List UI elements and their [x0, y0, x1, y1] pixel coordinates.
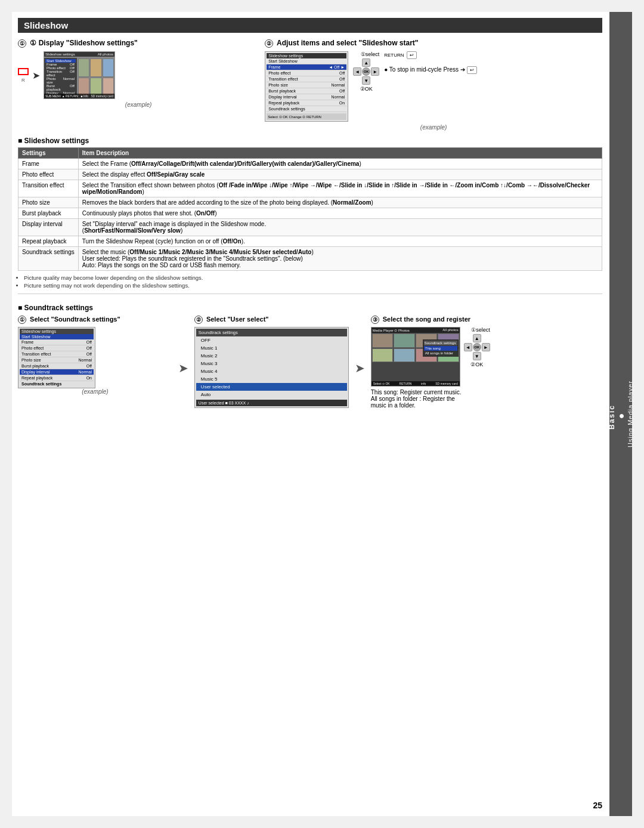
step1-screenshot: Slideshow settings Start Slideshow Frame… — [18, 327, 95, 388]
step1-ss-header: Slideshow settings — [20, 329, 94, 334]
display-settings-title: ① ① Display "Slideshow settings" — [18, 39, 259, 48]
setting-photo-effect: Photo effect — [18, 169, 79, 180]
rsd-display: Display intervalNormal — [267, 94, 346, 100]
ok-label: ②OK — [360, 86, 373, 92]
song-photo-6 — [394, 348, 415, 363]
table-row: Burst playback Continuously plays photos… — [18, 208, 602, 219]
step1-ss-photo-size: Photo sizeNormal — [20, 357, 94, 363]
step1-ss-photo-effect: Photo effectOff — [20, 345, 94, 351]
step3-dpad-left[interactable]: ◄ — [464, 343, 472, 351]
ss-menu-item-transition: Transition effectOff — [45, 70, 76, 77]
setting-burst: Burst playback — [18, 208, 79, 219]
ss-header-bar: Slideshow settings All photos — [44, 52, 114, 57]
desc-soundtrack: Select the music (Off/Music 1/Music 2/Mu… — [78, 247, 602, 271]
table-row: Photo size Removes the black borders tha… — [18, 197, 602, 208]
step1-circle: ① — [18, 316, 26, 324]
section-header: Slideshow — [18, 18, 602, 33]
register-note-3: music in a folder. — [371, 402, 602, 409]
nav-section: ①select ▲ ▼ ◄ ► OK ②OK — [353, 51, 379, 122]
notes-list: Picture quality may become lower dependi… — [24, 274, 602, 289]
ss-menu-item-repeat: Repeat playbackOn — [45, 98, 76, 99]
example-label-2: (example) — [265, 124, 602, 131]
step3-dpad-right[interactable]: ► — [482, 343, 490, 351]
photo-2 — [90, 58, 101, 77]
col-left: ① ① Display "Slideshow settings" R ➤ Sli… — [18, 39, 259, 131]
r-label: R — [21, 78, 25, 83]
right-settings-screenshot: Slideshow settings Start Slideshow Frame… — [265, 51, 348, 122]
desc-repeat: Turn the Slideshow Repeat (cycle) functi… — [78, 236, 602, 247]
song-photo-2 — [394, 333, 415, 348]
rsd-start: Start Slideshow — [267, 58, 346, 64]
song-overlay-all-songs: All songs in folder — [424, 351, 457, 356]
step2-circle: ② — [194, 316, 203, 324]
step3-dpad-down[interactable]: ▼ — [473, 352, 481, 360]
desc-photo-size: Removes the black borders that are added… — [78, 197, 602, 208]
arrow-step1-step2: ➤ — [178, 316, 188, 409]
top-columns: ① ① Display "Slideshow settings" R ➤ Sli… — [18, 39, 602, 131]
setting-soundtrack: Soundtrack settings — [18, 247, 79, 271]
arrow-right-icon: ➤ — [32, 70, 40, 81]
bottom-bar: SUB MENU ▲ RETURN ■ Info SD memory card — [44, 94, 114, 98]
slideshow-settings-title: ■ Slideshow settings — [18, 137, 602, 145]
setting-photo-size: Photo size — [18, 197, 79, 208]
main-content: Slideshow ① ① Display "Slideshow setting… — [12, 12, 608, 415]
step2-menu-header: Soundtrack settings — [196, 329, 347, 336]
ss-menu-item-burst: Burst playbackOff — [45, 84, 76, 91]
menu-music2: Music 2 — [196, 352, 347, 360]
dpad-right[interactable]: ► — [371, 67, 379, 76]
dpad-left[interactable]: ◄ — [353, 67, 361, 76]
photo-grid — [78, 58, 114, 97]
song-bottom-bar: Select ⊙ OK RETURN info SD memory card — [371, 381, 460, 386]
step3-dpad-up[interactable]: ▲ — [473, 334, 481, 342]
step3-select-label: ①select — [471, 327, 490, 333]
step1-ss-start: Start Slideshow — [20, 334, 94, 339]
song-overlay: Soundtrack settings This song All songs … — [423, 339, 459, 357]
dpad-ok[interactable]: OK — [362, 67, 370, 76]
col-right: ② Adjust items and select "Slideshow sta… — [265, 39, 602, 131]
ss-menu: Start Slideshow FrameOff Photo effectOff… — [44, 58, 77, 99]
right-content: Slideshow settings Start Slideshow Frame… — [265, 51, 602, 122]
step2-bottom-bar: User selected ■ 03 XXXX ♪ — [196, 400, 347, 406]
col-header-settings: Settings — [18, 148, 79, 159]
dpad-up[interactable]: ▲ — [362, 58, 370, 67]
sidebar-using: Using Media player — [627, 381, 634, 447]
table-row: Repeat playback Turn the Slideshow Repea… — [18, 236, 602, 247]
step1-ss-transition: Transition effectOff — [20, 351, 94, 357]
song-overlay-title: Soundtrack settings — [424, 341, 457, 345]
rsd-bottom: Select ⊙ OK Change ⊙ RETURN — [267, 113, 346, 120]
table-row: Photo effect Select the display effect O… — [18, 169, 602, 180]
settings-table: Settings Item Description Frame Select t… — [18, 147, 602, 271]
menu-music4: Music 4 — [196, 367, 347, 375]
step3-dpad-ok[interactable]: OK — [473, 343, 481, 351]
step1-ss-soundtrack: Soundtrack settings — [20, 381, 94, 387]
rsd-repeat: Repeat playbackOn — [267, 100, 346, 106]
page-wrapper: Slideshow ① ① Display "Slideshow setting… — [12, 12, 632, 816]
song-top-bar: Media Player ⊙ Photos All photos — [371, 328, 460, 333]
select-label: ①select — [361, 51, 380, 57]
table-row: Soundtrack settings Select the music (Of… — [18, 247, 602, 271]
desc-display-interval: Set "Display interval" each image is dis… — [78, 219, 602, 236]
rsd-soundtrack: Soundtrack settings — [267, 106, 346, 112]
rsd-transition: Transition effectOff — [267, 76, 346, 82]
arrow-step2-step3: ➤ — [355, 316, 365, 409]
col-header-description: Item Description — [78, 148, 602, 159]
ss-menu-item-photo-size: Photo sizeNormal — [45, 77, 76, 84]
menu-auto: Auto — [196, 391, 347, 398]
step3-content: Media Player ⊙ Photos All photos — [371, 327, 602, 387]
rsd-photo-size: Photo sizeNormal — [267, 82, 346, 88]
dpad: ▲ ▼ ◄ ► OK — [353, 58, 379, 85]
step2-menu: Soundtrack settings OFF Music 1 Music 2 … — [194, 327, 349, 408]
step3-screenshot: Media Player ⊙ Photos All photos — [371, 327, 460, 387]
register-notes: This song: Register current music. All s… — [371, 389, 602, 409]
step1-title: ① Select "Soundtrack settings" — [18, 316, 172, 324]
step3-dpad: ▲ ▼ ◄ ► OK — [464, 334, 490, 360]
step1-ss-repeat: Repeat playbackOn — [20, 375, 94, 381]
setting-transition: Transition effect — [18, 180, 79, 197]
photo-3 — [103, 58, 114, 77]
desc-photo-effect: Select the display effect Off/Sepia/Gray… — [78, 169, 602, 180]
soundtrack-section: ■ Soundtrack settings ① Select "Soundtra… — [18, 293, 602, 409]
return-section: RETURN ↩ ● To stop in mid-cycle Press ➔ … — [384, 51, 476, 122]
mid-cycle-note: ● To stop in mid-cycle Press ➔ ↩ — [384, 66, 476, 74]
dpad-down[interactable]: ▼ — [362, 76, 370, 85]
return-button[interactable]: ↩ — [407, 51, 417, 59]
